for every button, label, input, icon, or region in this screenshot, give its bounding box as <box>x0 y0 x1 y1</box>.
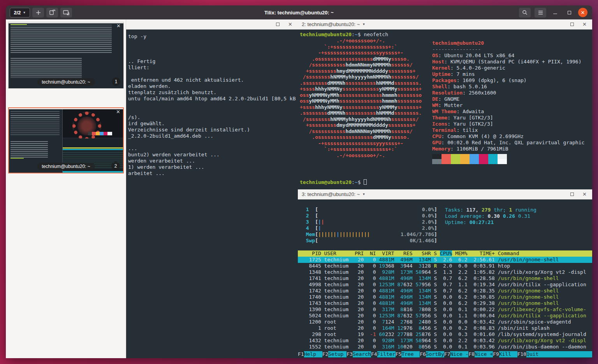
terminal-pane-1: ✕ top -y .. Fertiglliert: entfernen und … <box>126 19 298 358</box>
terminal-line: arbeitet ... <box>126 170 298 177</box>
tilix-window: 2/2 ▼ Tilix: technium@ubuntu20: ~ ✕ <box>6 5 592 358</box>
htop-row[interactable]: 1742 technium 20 0 4881M 496M 134M S 0.7… <box>298 288 592 294</box>
neofetch-entry: OS: Ubuntu 20.04 LTS x86_64 <box>432 52 584 59</box>
fn-key-action[interactable]: SortBy <box>426 351 444 357</box>
fn-key-action[interactable]: Filter <box>377 351 396 357</box>
fn-key-label[interactable]: F3 <box>346 351 353 357</box>
terminal-line: eladen werden. <box>126 83 298 89</box>
neofetch-separator: ---------------- <box>432 46 584 52</box>
terminal-line: ... <box>126 145 298 152</box>
hamburger-menu-icon <box>538 10 543 15</box>
fn-key-action[interactable]: Nice + <box>475 351 493 357</box>
session-chooser-button[interactable]: 2/2 ▼ <box>10 8 30 18</box>
palette-swatch <box>488 159 498 164</box>
fn-key-action[interactable]: Help <box>304 351 322 357</box>
htop-row[interactable]: 1725 technium 20 0 4881M 496M 134M S 2.6… <box>298 257 592 263</box>
maximize-button[interactable] <box>564 7 574 18</box>
palette-swatch <box>498 154 507 159</box>
htop-row[interactable]: 1743 technium 20 0 4881M 496M 134M S 0.0… <box>298 300 592 306</box>
neofetch-entry: WM Theme: Adwaita <box>432 108 584 115</box>
ubuntu-logo-thumbnail <box>72 112 101 140</box>
session1-preview-content2 <box>11 58 82 78</box>
fn-key-action[interactable]: Search <box>353 351 371 357</box>
htop-function-key-bar: F1Help F2Setup F3SearchF4FilterF5Tree F6… <box>298 351 592 357</box>
session-thumbnail-1[interactable]: ✕ technium@ubuntu20: ~ 1 <box>8 22 124 89</box>
terminal-color-palette <box>432 154 584 164</box>
neofetch-entry: Packages: 1609 (dpkg), 6 (snap) <box>432 77 584 84</box>
session-thumbnail-2[interactable]: ✕ technium@ubuntu20: ~ 2 <box>8 107 124 173</box>
fn-key-label[interactable]: F1 <box>298 351 304 357</box>
htop-row[interactable]: 5024 technium 20 0 1253M 87632 57956 S 0… <box>298 313 592 319</box>
minimize-button[interactable] <box>550 7 560 18</box>
neofetch-entry: Resolution: 2560x1600 <box>432 90 584 96</box>
split-terminal-right-button[interactable] <box>46 8 58 18</box>
htop-row[interactable]: 1740 technium 20 0 4881M 496M 134M S 0.0… <box>298 294 592 300</box>
palette-swatch <box>479 159 488 164</box>
fn-key-label[interactable]: F10 <box>517 351 526 357</box>
pane3-header[interactable]: 3: technium@ubuntu20: ~ ▼ ✕ <box>298 189 592 200</box>
fn-key-action[interactable]: Tree <box>401 351 420 357</box>
fn-key-action[interactable]: Quit <box>526 351 545 357</box>
fn-key-label[interactable]: F5 <box>396 351 402 357</box>
neofetch-entry: Memory: 1106MiB / 7961MiB <box>432 146 584 152</box>
htop-row[interactable]: 1200 root 20 0 7124 2768 2480 S 0.0 0.0 … <box>298 319 592 325</box>
close-icon: ✕ <box>581 10 585 16</box>
terminal-line: buntu2) werden verarbeitet ... <box>126 152 298 158</box>
pane2-close-icon[interactable]: ✕ <box>582 22 587 27</box>
htop-row[interactable]: 4998 technium 20 0 1253M 87632 57956 S 0… <box>298 282 592 288</box>
htop-row[interactable]: 1390 technium 20 0 317M 8816 7808 S 0.0 … <box>298 306 592 313</box>
fn-key-action[interactable]: Setup <box>328 351 346 357</box>
neofetch-entry: Uptime: 7 mins <box>432 71 584 77</box>
terminal-line: Verzeichnisse sind derzeit installiert.) <box>126 127 298 133</box>
fn-key-label[interactable]: F2 <box>322 351 329 357</box>
pane3-close-icon[interactable]: ✕ <box>582 192 587 197</box>
load-average-line: Load average: 0.30 0.26 0.31 <box>445 213 536 219</box>
terminal-3-screen[interactable]: 1 [0.0%] 2 [0.0%] 3 [||2.0%] 4 [|2.0%] M… <box>298 200 592 358</box>
new-session-button[interactable] <box>32 8 44 18</box>
session2-badge: 2 <box>111 162 120 170</box>
neofetch-entry: Shell: bash 5.0.16 <box>432 84 584 90</box>
pane1-close-icon[interactable]: ✕ <box>288 22 292 27</box>
terminal-line <box>126 52 298 58</box>
terminal-line: ttenplatz zusätzlich benutzt. <box>126 89 298 96</box>
htop-row[interactable]: 1432 technium 20 0 928M 173M 58964 S 0.0… <box>298 338 592 344</box>
pane3-maximize-icon[interactable] <box>570 192 574 196</box>
terminal-1-screen[interactable]: top -y .. Fertiglliert: entfernen und 46… <box>126 30 298 358</box>
terminal-line: 1) werden verarbeitet ... <box>126 164 298 170</box>
titlebar-right-controls: ✕ <box>519 7 592 18</box>
search-button[interactable] <box>519 8 531 18</box>
session1-label: technium@ubuntu20: ~ <box>37 78 95 86</box>
terminal-line: ird gewählt. <box>126 121 298 127</box>
palette-swatch <box>479 154 488 159</box>
pane2-maximize-icon[interactable] <box>570 23 574 26</box>
terminal-line: untu focal/main amd64 htop amd64 2.2.0-2… <box>126 96 298 102</box>
htop-row[interactable]: 1 root 20 0 164M 12976 8456 S 0.0 0.2 0:… <box>298 325 592 331</box>
close-window-button[interactable]: ✕ <box>578 8 587 17</box>
neofetch-entry: Theme: Yaru [GTK2/3] <box>432 115 584 121</box>
session1-preview-prompt <box>11 24 27 25</box>
neofetch-entry: Host: KVM/QEMU (Standard PC (i440FX + PI… <box>432 59 584 65</box>
split-terminal-down-button[interactable] <box>60 8 72 18</box>
fn-key-label[interactable]: F7 <box>444 351 450 357</box>
htop-row[interactable]: 1741 technium 20 0 4881M 496M 134M S 0.7… <box>298 275 592 282</box>
pane2-header[interactable]: 2: technium@ubuntu20: ~ ▼ ✕ <box>298 19 592 30</box>
terminal-line <box>126 46 298 52</box>
fn-key-action[interactable]: Kill <box>499 351 517 357</box>
htop-row[interactable]: 298 root 19 -1 60232 27788 25876 S 0.0 0… <box>298 331 592 338</box>
close-session2-icon[interactable]: ✕ <box>116 109 120 114</box>
fn-key-label[interactable]: F9 <box>493 351 499 357</box>
htop-row[interactable]: 1552 technium 20 0 316M 10020 8056 S 0.0… <box>298 344 592 350</box>
pane1-header[interactable]: ✕ <box>126 19 298 30</box>
menu-button[interactable] <box>535 8 546 18</box>
htop-row[interactable]: 1348 technium 20 0 928M 173M 58964 S 1.3… <box>298 269 592 275</box>
close-session1-icon[interactable]: ✕ <box>116 23 121 28</box>
fn-key-action[interactable]: Nice - <box>450 351 468 357</box>
terminal-line: entfernen und 462 nicht aktualisiert. <box>126 77 298 83</box>
terminal-2-screen[interactable]: technium@ubuntu20:~$ neofetch .-/+oossss… <box>298 30 592 189</box>
fn-key-label[interactable]: F6 <box>420 351 426 357</box>
pane1-maximize-icon[interactable] <box>276 23 280 26</box>
terminal-cursor <box>364 179 367 185</box>
fn-key-label[interactable]: F4 <box>371 351 377 357</box>
fn-key-label[interactable]: F8 <box>468 351 475 357</box>
htop-row[interactable]: 8445 technium 20 0 19368 3944 3128 R 2.0… <box>298 263 592 269</box>
